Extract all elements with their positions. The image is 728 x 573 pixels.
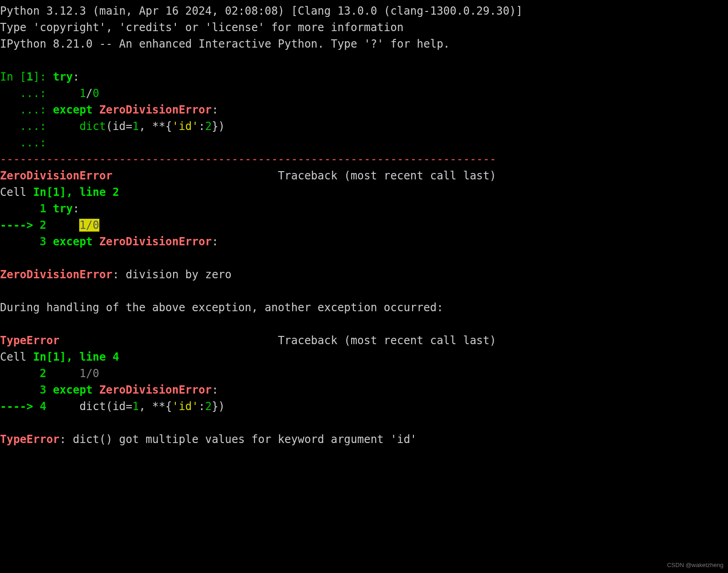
lineno-3: 3: [40, 235, 46, 248]
cell-ref: In[1]: [33, 351, 66, 363]
colon: :: [73, 70, 79, 83]
indent: [53, 87, 80, 100]
space: [46, 367, 79, 380]
lineno-3: 3: [40, 384, 46, 396]
banner-line-1: Python 3.12.3 (main, Apr 16 2024, 02:08:…: [0, 5, 523, 17]
colon: :: [73, 202, 79, 215]
kw-try: try: [53, 70, 73, 83]
space: [46, 202, 53, 215]
lineno-1: 1: [40, 202, 46, 215]
tb1-trace-header: Traceback (most recent call last): [278, 169, 496, 182]
watermark: CSDN @waketzheng: [667, 561, 723, 570]
dict-colon: :: [199, 120, 205, 133]
literal-1: 1: [79, 87, 86, 100]
op-slash: /: [86, 87, 92, 100]
lineno-4: 4: [40, 400, 46, 413]
space: [46, 235, 53, 248]
cell-ref: In[1]: [33, 186, 66, 199]
context-line: 1/0: [79, 367, 99, 380]
lineno-2: 2: [40, 367, 46, 380]
pad: [46, 400, 79, 413]
eq: =: [126, 400, 132, 413]
space: [46, 384, 53, 396]
traceback-separator: ----------------------------------------…: [0, 153, 496, 166]
exc-name: ZeroDivisionError: [99, 235, 212, 248]
space: [92, 103, 99, 116]
prompt-cont: ...:: [0, 120, 53, 133]
literal-1: 1: [132, 400, 139, 413]
space: [92, 235, 99, 248]
arrow-marker: ---->: [0, 219, 40, 232]
prompt-cont: ...:: [0, 87, 53, 100]
colon: :: [212, 384, 218, 396]
literal-2: 2: [205, 120, 212, 133]
chain-message: During handling of the above exception, …: [0, 301, 443, 314]
cell-prefix: Cell: [0, 186, 33, 199]
tb2-error-msg: : dict() got multiple values for keyword…: [60, 433, 417, 446]
tb2-error-name: TypeError: [0, 334, 60, 347]
eq: =: [126, 120, 132, 133]
tb2-trace-header: Traceback (most recent call last): [278, 334, 496, 347]
cell-line: , line 4: [66, 351, 120, 363]
prompt-in: In [: [0, 70, 27, 83]
prompt-close: ]:: [33, 70, 53, 83]
kw-id: id: [113, 400, 126, 413]
banner-line-3: IPython 8.21.0 -- An enhanced Interactiv…: [0, 38, 450, 50]
comma-unpack: , **{: [139, 400, 172, 413]
arrow-marker: ---->: [0, 400, 40, 413]
tb1-error-name: ZeroDivisionError: [0, 169, 113, 182]
prompt-cont: ...:: [0, 103, 53, 116]
exc-name: ZeroDivisionError: [99, 103, 212, 116]
kw-except: except: [53, 103, 93, 116]
pad: [0, 367, 40, 380]
pad: [0, 202, 40, 215]
space: [92, 384, 99, 396]
exc-name: ZeroDivisionError: [99, 384, 212, 396]
tb1-error-msg: : division by zero: [113, 268, 232, 281]
lineno-2: 2: [40, 219, 46, 232]
literal-2: 2: [205, 400, 212, 413]
pad: [0, 384, 40, 396]
kw-except: except: [53, 235, 93, 248]
indent: [53, 120, 80, 133]
paren-open: (: [106, 400, 112, 413]
kw-try: try: [53, 202, 73, 215]
pad: [46, 219, 79, 232]
tb1-error-name: ZeroDivisionError: [0, 268, 113, 281]
pad: [113, 169, 278, 182]
kw-except: except: [53, 384, 93, 396]
tb2-error-name: TypeError: [0, 433, 60, 446]
str-key: 'id': [172, 400, 199, 413]
cell-prefix: Cell: [0, 351, 33, 363]
prompt-cont: ...:: [0, 136, 53, 149]
literal-1: 1: [132, 120, 139, 133]
banner-line-2: Type 'copyright', 'credits' or 'license'…: [0, 21, 403, 34]
colon: :: [212, 235, 218, 248]
paren-open: (: [106, 120, 112, 133]
cell-line: , line 2: [66, 186, 120, 199]
call-dict: dict: [79, 400, 106, 413]
pad: [0, 235, 40, 248]
pad: [60, 334, 278, 347]
comma-unpack: , **{: [139, 120, 172, 133]
prompt-number: 1: [27, 70, 33, 83]
paren-close: }): [212, 400, 225, 413]
str-key: 'id': [172, 120, 199, 133]
error-expr: 1/0: [79, 219, 99, 232]
dict-colon: :: [199, 400, 205, 413]
literal-0: 0: [92, 87, 99, 100]
terminal-output: Python 3.12.3 (main, Apr 16 2024, 02:08:…: [0, 0, 728, 448]
call-dict: dict: [79, 120, 106, 133]
paren-close: }): [212, 120, 225, 133]
colon: :: [212, 103, 218, 116]
kw-id: id: [113, 120, 126, 133]
